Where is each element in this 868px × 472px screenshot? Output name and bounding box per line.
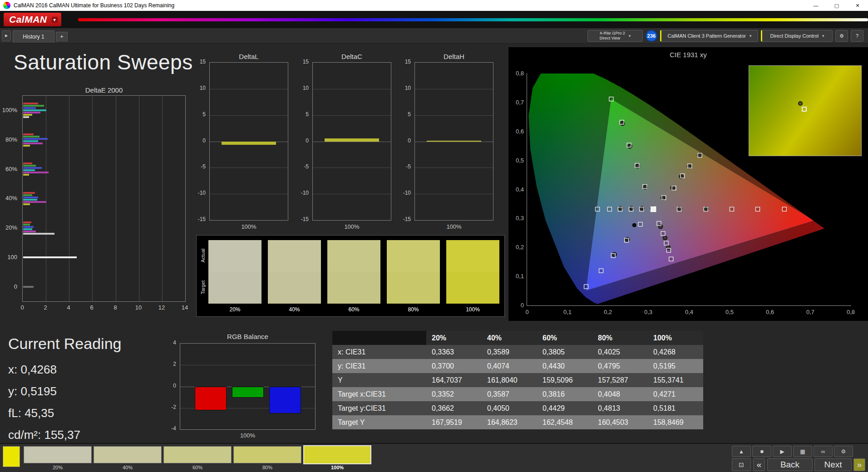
settings-gear-button[interactable]: ⚙ <box>835 30 848 42</box>
table-cell: 0,4813 <box>592 401 648 415</box>
deltae-bar <box>23 228 32 230</box>
next-button[interactable]: Next <box>814 458 852 471</box>
cie-xtick-label: 0,4 <box>683 309 695 315</box>
cie-ytick-label: 0 <box>521 302 524 309</box>
cie-xtick-label: 0,5 <box>723 309 736 315</box>
back-chevron-icon[interactable]: « <box>753 458 765 471</box>
deltae-bar <box>23 138 48 140</box>
table-row-label <box>332 331 426 345</box>
deltae-bar <box>23 165 36 167</box>
help-button[interactable]: ? <box>851 30 863 42</box>
deltae-bar <box>23 107 36 109</box>
deltae-xtick-label: 6 <box>86 304 97 311</box>
patch-button-40%[interactable] <box>94 446 162 463</box>
deltah-yticks: 151050-5-10-15 <box>399 62 413 221</box>
patch-button-label-100%: 100% <box>303 465 371 470</box>
deltac-ytick-label: 5 <box>306 111 309 118</box>
deltah-gridline <box>415 167 493 168</box>
cie-xtick-label: 0,2 <box>602 309 614 315</box>
pattern-generator-label: CalMAN Client 3 Pattern Generator <box>668 33 746 39</box>
deltac-ytick-label: -10 <box>301 190 309 196</box>
deltae-bar <box>23 174 29 176</box>
rgb-title: RGB Balance <box>180 333 316 340</box>
cie-title: CIE 1931 xy <box>508 51 868 59</box>
patch-button-20%[interactable] <box>24 446 92 463</box>
next-chevron-icon[interactable]: » <box>853 458 865 471</box>
deltae-bar <box>23 192 35 194</box>
swatch-actual-40% <box>268 240 321 272</box>
table-row-label: x: CIE31 <box>332 345 426 359</box>
table-cell: 0,3589 <box>482 345 537 359</box>
cie-xtick-label: 0,6 <box>764 309 776 315</box>
deltal-ytick-label: 10 <box>200 85 206 91</box>
brand-bar: CalMAN ▾ <box>0 11 868 28</box>
patch-button-100%[interactable] <box>303 445 371 464</box>
display-control-label: Direct Display Control <box>770 33 819 39</box>
pattern-generator-dropdown[interactable]: CalMAN Client 3 Pattern Generator ▾ <box>660 30 758 42</box>
close-button[interactable]: ✕ <box>847 0 868 11</box>
patch-button-80%[interactable] <box>233 446 301 463</box>
meter-line2: Direct View <box>600 36 625 41</box>
deltae-bar <box>23 231 36 232</box>
deltae-bar <box>23 167 42 169</box>
deltac-ytick-label: -15 <box>301 216 309 222</box>
deltae-bar <box>23 256 77 258</box>
deltal-ytick-label: 5 <box>202 111 206 118</box>
add-tab-button[interactable]: + <box>56 32 68 42</box>
table-row-label: y: CIE31 <box>332 359 426 373</box>
deltae-bar <box>23 286 34 288</box>
deltae-bar <box>23 136 39 138</box>
minimize-button[interactable]: — <box>805 0 826 11</box>
table-cell: 0,3363 <box>426 345 482 359</box>
display-caret-icon: ▾ <box>822 34 824 38</box>
play-button[interactable]: ▶ <box>773 446 792 457</box>
pattern-window-button[interactable]: ▦ <box>793 446 812 457</box>
table-row-label: Target y:CIE31 <box>332 401 426 415</box>
gear-icon: ⚙ <box>839 33 844 39</box>
deltah-gridline <box>415 115 493 116</box>
deltah-ytick-label: -10 <box>403 190 411 196</box>
deltah-plot <box>414 62 493 221</box>
expand-nav-button[interactable]: ▶ <box>2 30 11 41</box>
deltae-gridline <box>185 96 186 301</box>
swatch-label-60%: 60% <box>327 306 380 313</box>
reading-y: y: 0,5195 <box>8 384 172 398</box>
deltah-title: DeltaH <box>414 53 493 60</box>
display-control-dropdown[interactable]: Direct Display Control ▾ <box>761 30 833 42</box>
layout-button[interactable]: ⊡ <box>732 458 751 471</box>
deltah-ytick-label: 0 <box>408 138 411 144</box>
swatch-target-100% <box>446 272 499 304</box>
logo-caret-icon: ▾ <box>52 17 58 23</box>
help-icon: ? <box>856 33 858 39</box>
patch-button-60%[interactable] <box>163 446 232 463</box>
continuous-read-button[interactable]: ∞ <box>814 446 833 457</box>
table-cell: 0,4795 <box>592 359 648 373</box>
table-row-label: Y <box>332 373 426 387</box>
deltac-yticks: 151050-5-10-15 <box>297 62 311 221</box>
inset-measured-marker <box>798 101 803 106</box>
back-button[interactable]: Back <box>767 458 813 471</box>
table-cell: 0,4430 <box>537 359 592 373</box>
deltac-ytick-label: 15 <box>303 59 309 65</box>
table-cell: 157,5287 <box>592 373 648 387</box>
deltal-bar <box>222 142 276 145</box>
deltae-bar <box>23 169 35 171</box>
deltah-ytick-label: -5 <box>406 163 411 170</box>
deltae-bar <box>23 172 49 173</box>
cie-ytick-label: 0,2 <box>516 244 524 251</box>
stop-button[interactable]: ■ <box>752 446 771 457</box>
swatch-actual-100% <box>446 240 499 272</box>
options-button[interactable]: ⚙ <box>834 446 853 457</box>
deltac-gridline <box>313 115 391 116</box>
deltae-bar <box>23 140 38 142</box>
deltae-bar <box>23 224 30 226</box>
swatch-label-20%: 20% <box>208 306 261 313</box>
collapse-button[interactable]: ▲ <box>732 446 751 457</box>
maximize-button[interactable]: ▢ <box>826 0 847 11</box>
calman-logo-menu[interactable]: CalMAN ▾ <box>4 13 61 26</box>
tab-history-1[interactable]: History 1 <box>13 30 54 43</box>
rgb-ytick-label: -4 <box>171 425 176 432</box>
meter-dropdown[interactable]: X-Rite i1Pro 2 Direct View ▾ <box>587 30 643 42</box>
swatch-axis-actual: Actual <box>200 242 206 269</box>
rgb-ytick-label: 2 <box>173 361 176 367</box>
